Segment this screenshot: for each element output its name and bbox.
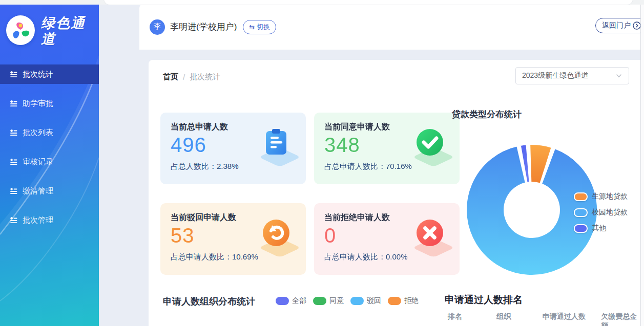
- circle-chevron-right-icon: [633, 21, 641, 30]
- switch-user-button[interactable]: ⇆ 切换: [243, 20, 276, 34]
- stat-card-grid: 当前总申请人数 496 占总人数比：2.38% 当前同意申请人数 348 占总: [160, 113, 461, 275]
- sidebar-item-label: 审核记录: [23, 157, 53, 167]
- check-circle-icon: [416, 128, 444, 157]
- org-distribution-legend: 全部 同意 驳回 拒绝: [276, 296, 419, 306]
- breadcrumb-home[interactable]: 首页: [163, 72, 178, 82]
- menu-lines-icon: [9, 216, 18, 225]
- sidebar-item-batch-list[interactable]: 批次列表: [0, 123, 99, 142]
- sidebar-item-batch-management[interactable]: 批次管理: [0, 210, 99, 230]
- legend-item: 全部: [276, 296, 306, 306]
- loan-type-chart-title: 贷款类型分布统计: [452, 108, 522, 120]
- sidebar-item-label: 批次统计: [23, 70, 53, 79]
- flower-logo-icon: [10, 19, 31, 41]
- menu-lines-icon: [9, 158, 18, 166]
- app-title: 绿色通道: [41, 15, 94, 47]
- sidebar-item-label: 缴清管理: [23, 186, 53, 196]
- header-bar: 李 李明进(学校用户) ⇆ 切换 返回门户: [139, 4, 640, 50]
- menu-lines-icon: [9, 187, 18, 195]
- breadcrumb-current: 批次统计: [190, 72, 220, 82]
- sidebar-item-label: 批次管理: [23, 215, 53, 225]
- legend-item: 校园地贷款: [574, 208, 628, 217]
- legend-item: 拒绝: [388, 296, 419, 306]
- sidebar-item-label: 助学审批: [23, 99, 53, 108]
- ranking-col-org: 组织: [496, 312, 543, 326]
- browser-top-strip: [0, 0, 644, 5]
- legend-label: 同意: [329, 296, 344, 306]
- sidebar-item-review-records[interactable]: 审核记录: [0, 152, 99, 171]
- legend-label: 生源地贷款: [592, 192, 628, 201]
- legend-swatch: [574, 208, 588, 217]
- legend-label: 拒绝: [404, 296, 419, 306]
- menu-lines-icon: [9, 99, 18, 108]
- ranking-col-rank: 排名: [448, 312, 496, 326]
- batch-select-value: 2023级新生绿色通道: [522, 71, 615, 80]
- legend-swatch: [574, 192, 588, 201]
- legend-item: 其他: [574, 224, 628, 233]
- batch-select-dropdown[interactable]: 2023级新生绿色通道: [515, 67, 629, 84]
- ranking-col-approved: 申请通过人数: [543, 312, 601, 326]
- sidebar-item-aid-approval[interactable]: 助学审批: [0, 94, 99, 113]
- org-distribution-title: 申请人数组织分布统计: [163, 295, 255, 308]
- undo-arrow-icon: [262, 219, 290, 247]
- avatar: 李: [150, 19, 165, 35]
- menu-lines-icon: [9, 70, 18, 79]
- sidebar: 绿色通道 批次统计 助学审批 批次列表 审核记录 缴清管理 批次管理: [0, 4, 99, 326]
- legend-swatch: [574, 224, 588, 233]
- stat-art: [406, 128, 453, 175]
- clipboard-icon: [262, 128, 290, 157]
- user-name: 李明进(学校用户): [170, 21, 237, 33]
- legend-item: 同意: [313, 296, 344, 306]
- breadcrumb-separator: /: [183, 73, 185, 81]
- sidebar-menu: 批次统计 助学审批 批次列表 审核记录 缴清管理 批次管理: [0, 64, 99, 230]
- stat-card-total: 当前总申请人数 496 占总人数比：2.38%: [160, 113, 306, 184]
- legend-item: 生源地贷款: [574, 192, 628, 201]
- legend-swatch: [276, 297, 289, 305]
- stat-card-rejected-back: 当前驳回申请人数 53 占总申请人数比：10.69%: [160, 203, 306, 275]
- breadcrumb: 首页 / 批次统计: [163, 72, 220, 82]
- sidebar-item-label: 批次列表: [23, 128, 53, 138]
- legend-label: 全部: [292, 296, 306, 306]
- browser-omnibox: [104, 0, 633, 5]
- page-scrollbar[interactable]: [640, 5, 644, 326]
- return-portal-button[interactable]: 返回门户: [595, 18, 644, 33]
- stat-card-refused: 当前拒绝申请人数 0 占总申请人数比：0.00%: [314, 203, 460, 275]
- cross-circle-icon: [416, 219, 444, 247]
- legend-item: 驳回: [350, 296, 381, 306]
- logo-row: 绿色通道: [0, 4, 99, 47]
- return-portal-label: 返回门户: [602, 21, 631, 30]
- legend-swatch: [388, 297, 401, 305]
- legend-label: 驳回: [367, 296, 381, 306]
- switch-label: 切换: [257, 23, 270, 32]
- menu-lines-icon: [9, 128, 18, 137]
- legend-label: 其他: [592, 224, 606, 233]
- main-panel: 首页 / 批次统计 2023级新生绿色通道 当前总申请人数 496 占总人数比：…: [149, 60, 640, 326]
- ranking-col-arrears: 欠缴费总金额: [601, 312, 640, 326]
- ranking-table-header: 排名 组织 申请通过人数 欠缴费总金额: [448, 312, 640, 326]
- legend-label: 校园地贷款: [592, 208, 628, 217]
- ranking-title: 申请通过人数排名: [445, 293, 523, 307]
- chevron-down-icon: [615, 72, 622, 79]
- stat-card-approved: 当前同意申请人数 348 占总申请人数比：70.16%: [314, 113, 460, 184]
- stat-art: [253, 128, 300, 175]
- sidebar-item-batch-stats[interactable]: 批次统计: [0, 64, 99, 84]
- stat-art: [406, 219, 453, 266]
- loan-type-legend: 生源地贷款 校园地贷款 其他: [574, 192, 628, 233]
- app-logo: [6, 15, 35, 45]
- stat-art: [253, 219, 300, 266]
- switch-arrows-icon: ⇆: [249, 23, 255, 31]
- legend-swatch: [313, 297, 326, 305]
- sidebar-item-payment-clear[interactable]: 缴清管理: [0, 181, 99, 201]
- legend-swatch: [350, 297, 364, 305]
